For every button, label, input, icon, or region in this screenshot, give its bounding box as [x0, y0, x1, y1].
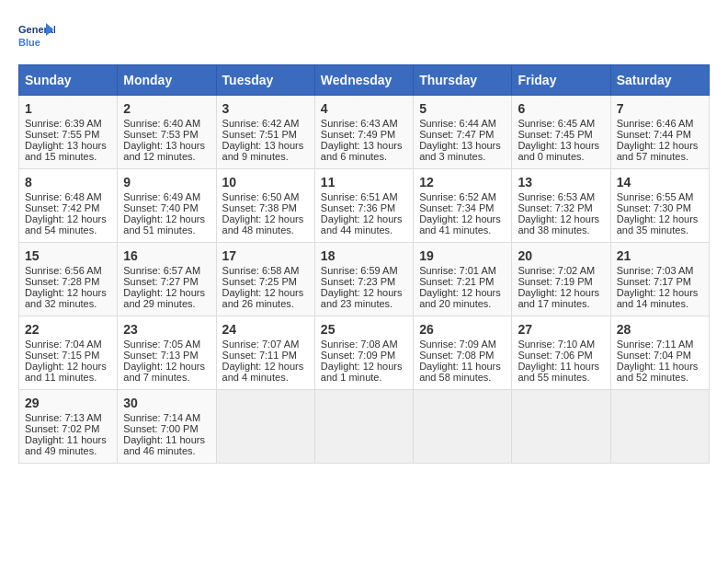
sunrise-text: Sunrise: 6:43 AM	[321, 118, 398, 129]
daylight-text: Daylight: 12 hours and 11 minutes.	[25, 361, 107, 383]
day-number: 2	[123, 101, 210, 116]
daylight-text: Daylight: 12 hours and 38 minutes.	[518, 213, 599, 236]
daylight-text: Daylight: 12 hours and 32 minutes.	[25, 287, 107, 309]
sunset-text: Sunset: 7:34 PM	[419, 202, 494, 213]
sunrise-text: Sunrise: 6:49 AM	[123, 191, 200, 202]
day-number: 11	[321, 175, 407, 190]
daylight-text: Daylight: 11 hours and 46 minutes.	[123, 434, 205, 456]
sunrise-text: Sunrise: 6:50 AM	[222, 191, 300, 202]
daylight-text: Daylight: 11 hours and 49 minutes.	[25, 434, 107, 456]
week-row: 8Sunrise: 6:48 AMSunset: 7:42 PMDaylight…	[19, 169, 710, 243]
sunrise-text: Sunrise: 6:46 AM	[617, 118, 694, 129]
sunrise-text: Sunrise: 6:59 AM	[321, 265, 398, 276]
daylight-text: Daylight: 12 hours and 7 minutes.	[123, 361, 205, 383]
sunset-text: Sunset: 7:25 PM	[222, 276, 297, 287]
week-row: 1Sunrise: 6:39 AMSunset: 7:55 PMDaylight…	[19, 96, 710, 169]
sunrise-text: Sunrise: 6:45 AM	[518, 118, 595, 129]
daylight-text: Daylight: 11 hours and 55 minutes.	[518, 361, 599, 383]
calendar-cell: 14Sunrise: 6:55 AMSunset: 7:30 PMDayligh…	[610, 169, 709, 243]
sunrise-text: Sunrise: 7:11 AM	[617, 339, 694, 350]
header-saturday: Saturday	[610, 65, 709, 96]
page-header: General Blue	[18, 18, 710, 55]
sunset-text: Sunset: 7:30 PM	[617, 202, 691, 213]
calendar-cell: 8Sunrise: 6:48 AMSunset: 7:42 PMDaylight…	[19, 169, 118, 243]
day-number: 26	[419, 322, 506, 337]
daylight-text: Daylight: 12 hours and 29 minutes.	[123, 287, 205, 309]
daylight-text: Daylight: 12 hours and 23 minutes.	[321, 287, 403, 309]
daylight-text: Daylight: 12 hours and 41 minutes.	[419, 213, 501, 236]
logo: General Blue	[18, 18, 59, 55]
sunset-text: Sunset: 7:36 PM	[321, 202, 395, 213]
sunset-text: Sunset: 7:32 PM	[518, 202, 592, 213]
sunset-text: Sunset: 7:47 PM	[419, 129, 494, 140]
calendar-cell: 12Sunrise: 6:52 AMSunset: 7:34 PMDayligh…	[414, 169, 512, 243]
sunset-text: Sunset: 7:02 PM	[25, 423, 99, 434]
daylight-text: Daylight: 12 hours and 4 minutes.	[222, 361, 304, 383]
header-sunday: Sunday	[19, 65, 118, 96]
sunrise-text: Sunrise: 7:13 AM	[25, 412, 102, 423]
calendar-cell	[216, 390, 314, 464]
sunrise-text: Sunrise: 6:40 AM	[123, 118, 200, 129]
calendar-cell: 30Sunrise: 7:14 AMSunset: 7:00 PMDayligh…	[118, 390, 216, 464]
sunrise-text: Sunrise: 7:05 AM	[123, 339, 200, 350]
week-row: 22Sunrise: 7:04 AMSunset: 7:15 PMDayligh…	[19, 316, 710, 390]
sunrise-text: Sunrise: 6:42 AM	[222, 118, 300, 129]
day-number: 15	[25, 248, 111, 263]
sunrise-text: Sunrise: 6:53 AM	[518, 191, 595, 202]
calendar-cell: 29Sunrise: 7:13 AMSunset: 7:02 PMDayligh…	[19, 390, 118, 464]
daylight-text: Daylight: 13 hours and 9 minutes.	[222, 140, 304, 162]
calendar-cell	[512, 390, 610, 464]
day-number: 29	[25, 396, 111, 410]
sunset-text: Sunset: 7:15 PM	[25, 350, 99, 361]
day-number: 4	[321, 101, 407, 116]
calendar-cell: 28Sunrise: 7:11 AMSunset: 7:04 PMDayligh…	[610, 316, 709, 390]
calendar-cell: 13Sunrise: 6:53 AMSunset: 7:32 PMDayligh…	[512, 169, 610, 243]
day-number: 12	[419, 175, 506, 190]
sunrise-text: Sunrise: 6:55 AM	[617, 191, 694, 202]
calendar-cell: 22Sunrise: 7:04 AMSunset: 7:15 PMDayligh…	[19, 316, 118, 390]
sunset-text: Sunset: 7:44 PM	[617, 129, 691, 140]
sunrise-text: Sunrise: 7:08 AM	[321, 339, 398, 350]
sunrise-text: Sunrise: 6:51 AM	[321, 191, 398, 202]
daylight-text: Daylight: 12 hours and 57 minutes.	[617, 140, 699, 162]
header-thursday: Thursday	[414, 65, 512, 96]
sunset-text: Sunset: 7:08 PM	[419, 350, 494, 361]
sunset-text: Sunset: 7:11 PM	[222, 350, 297, 361]
day-number: 24	[222, 322, 309, 337]
sunset-text: Sunset: 7:51 PM	[222, 129, 297, 140]
sunset-text: Sunset: 7:42 PM	[25, 202, 99, 213]
calendar-cell: 7Sunrise: 6:46 AMSunset: 7:44 PMDaylight…	[610, 96, 709, 169]
sunrise-text: Sunrise: 6:44 AM	[419, 118, 496, 129]
day-number: 1	[25, 101, 111, 116]
header-monday: Monday	[118, 65, 216, 96]
sunset-text: Sunset: 7:19 PM	[518, 276, 592, 287]
calendar-cell: 16Sunrise: 6:57 AMSunset: 7:27 PMDayligh…	[118, 243, 216, 316]
sunset-text: Sunset: 7:28 PM	[25, 276, 99, 287]
calendar-cell: 1Sunrise: 6:39 AMSunset: 7:55 PMDaylight…	[19, 96, 118, 169]
day-number: 25	[321, 322, 407, 337]
sunset-text: Sunset: 7:09 PM	[321, 350, 395, 361]
day-number: 8	[25, 175, 111, 190]
day-number: 22	[25, 322, 111, 337]
sunset-text: Sunset: 7:45 PM	[518, 129, 592, 140]
day-number: 9	[123, 175, 210, 190]
calendar-cell	[610, 390, 709, 464]
calendar-cell: 10Sunrise: 6:50 AMSunset: 7:38 PMDayligh…	[216, 169, 314, 243]
calendar-cell: 9Sunrise: 6:49 AMSunset: 7:40 PMDaylight…	[118, 169, 216, 243]
sunrise-text: Sunrise: 6:58 AM	[222, 265, 300, 276]
daylight-text: Daylight: 12 hours and 51 minutes.	[123, 213, 205, 236]
sunrise-text: Sunrise: 6:52 AM	[419, 191, 496, 202]
daylight-text: Daylight: 11 hours and 52 minutes.	[617, 361, 699, 383]
calendar-cell: 2Sunrise: 6:40 AMSunset: 7:53 PMDaylight…	[118, 96, 216, 169]
sunrise-text: Sunrise: 6:39 AM	[25, 118, 102, 129]
daylight-text: Daylight: 12 hours and 48 minutes.	[222, 213, 304, 236]
sunset-text: Sunset: 7:53 PM	[123, 129, 198, 140]
calendar-cell: 6Sunrise: 6:45 AMSunset: 7:45 PMDaylight…	[512, 96, 610, 169]
day-number: 20	[518, 248, 604, 263]
header-friday: Friday	[512, 65, 610, 96]
sunset-text: Sunset: 7:06 PM	[518, 350, 592, 361]
sunrise-text: Sunrise: 7:02 AM	[518, 265, 595, 276]
svg-text:Blue: Blue	[18, 37, 40, 48]
sunset-text: Sunset: 7:21 PM	[419, 276, 494, 287]
daylight-text: Daylight: 13 hours and 3 minutes.	[419, 140, 501, 162]
